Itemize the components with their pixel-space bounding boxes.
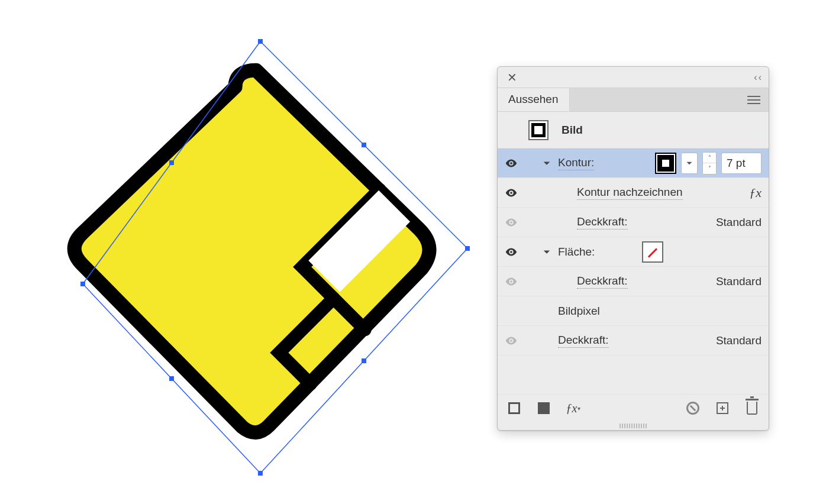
tab-appearance[interactable]: Aussehen xyxy=(498,88,570,111)
visibility-toggle-icon[interactable] xyxy=(505,186,518,199)
stroke-weight-down-icon[interactable]: ˅ xyxy=(703,163,716,174)
panel-resize-grip[interactable] xyxy=(498,422,769,430)
appearance-panel: ✕ ‹‹ Aussehen Bild xyxy=(497,66,769,431)
stroke-color-dropdown[interactable] xyxy=(681,153,698,174)
target-thumbnail-icon xyxy=(528,120,548,140)
panel-footer: ƒx▾ xyxy=(498,395,769,422)
stroke-weight-value: 7 pt xyxy=(727,157,746,170)
add-effect-button[interactable]: ƒx▾ xyxy=(566,401,580,415)
panel-close-icon[interactable]: ✕ xyxy=(505,69,520,86)
disclosure-toggle-icon[interactable] xyxy=(541,247,552,257)
visibility-toggle-icon[interactable] xyxy=(505,216,518,229)
svg-rect-8 xyxy=(169,160,174,165)
svg-rect-6 xyxy=(362,358,366,363)
svg-rect-5 xyxy=(362,143,366,147)
visibility-toggle-icon[interactable] xyxy=(505,245,518,259)
stroke-weight-input[interactable]: 7 pt xyxy=(721,153,762,174)
svg-rect-3 xyxy=(258,471,263,476)
svg-point-12 xyxy=(510,251,512,253)
image-pixels-label: Bildpixel xyxy=(558,305,600,318)
svg-point-13 xyxy=(510,280,512,283)
selected-artwork[interactable] xyxy=(47,30,473,485)
panel-titlebar[interactable]: ✕ ‹‹ xyxy=(498,67,769,88)
svg-point-11 xyxy=(510,221,512,224)
overall-opacity-value: Standard xyxy=(716,334,762,347)
visibility-toggle-icon[interactable] xyxy=(505,334,518,347)
svg-point-9 xyxy=(510,162,512,164)
fill-opacity-value: Standard xyxy=(716,275,762,288)
fill-label[interactable]: Fläche: xyxy=(558,245,595,259)
duplicate-item-button[interactable] xyxy=(715,401,730,415)
appearance-target-row[interactable]: Bild xyxy=(498,112,769,148)
delete-item-button[interactable] xyxy=(745,401,759,415)
stroke-label[interactable]: Kontur: xyxy=(558,156,594,170)
add-stroke-button[interactable] xyxy=(507,401,521,415)
add-fill-button[interactable] xyxy=(537,401,551,415)
svg-point-10 xyxy=(510,192,512,194)
svg-rect-4 xyxy=(80,282,85,286)
stroke-effect-row[interactable]: Kontur nachzeichnen ƒx xyxy=(498,178,769,208)
stroke-color-swatch[interactable] xyxy=(655,153,676,174)
clear-appearance-button[interactable] xyxy=(686,401,700,415)
panel-menu-icon[interactable] xyxy=(747,96,760,104)
overall-opacity-label[interactable]: Deckkraft: xyxy=(558,334,609,348)
stroke-opacity-value: Standard xyxy=(716,216,762,229)
fill-color-swatch[interactable] xyxy=(642,241,663,263)
panel-tab-bar: Aussehen xyxy=(498,88,769,112)
overall-opacity-row[interactable]: Deckkraft: Standard xyxy=(498,326,769,356)
svg-point-14 xyxy=(510,340,512,342)
canvas-area[interactable] xyxy=(0,0,491,504)
stroke-row[interactable]: Kontur: ˄ ˅ 7 pt xyxy=(498,148,769,178)
fill-opacity-label[interactable]: Deckkraft: xyxy=(577,274,628,289)
visibility-toggle-icon[interactable] xyxy=(505,157,518,170)
stroke-effect-label[interactable]: Kontur nachzeichnen xyxy=(577,186,683,200)
stroke-opacity-label[interactable]: Deckkraft: xyxy=(577,215,628,230)
panel-collapse-icon[interactable]: ‹‹ xyxy=(754,72,762,83)
panel-empty-area xyxy=(498,356,769,395)
svg-rect-2 xyxy=(465,246,470,251)
svg-rect-7 xyxy=(169,376,174,381)
tab-appearance-label: Aussehen xyxy=(508,93,559,106)
fill-opacity-row[interactable]: Deckkraft: Standard xyxy=(498,267,769,296)
stroke-weight-stepper[interactable]: ˄ ˅ xyxy=(702,152,717,175)
fx-indicator-icon[interactable]: ƒx xyxy=(749,185,762,201)
panel-body: Bild Kontur: xyxy=(498,112,769,430)
stroke-weight-up-icon[interactable]: ˄ xyxy=(703,153,716,163)
disclosure-toggle-icon[interactable] xyxy=(541,158,552,169)
stroke-opacity-row[interactable]: Deckkraft: Standard xyxy=(498,208,769,237)
target-type-label: Bild xyxy=(562,124,583,137)
fill-row[interactable]: Fläche: xyxy=(498,237,769,267)
panel-tab-extra-area xyxy=(570,88,769,111)
image-pixels-row[interactable]: Bildpixel xyxy=(498,296,769,326)
svg-rect-1 xyxy=(258,39,263,44)
visibility-toggle-icon[interactable] xyxy=(505,275,518,288)
